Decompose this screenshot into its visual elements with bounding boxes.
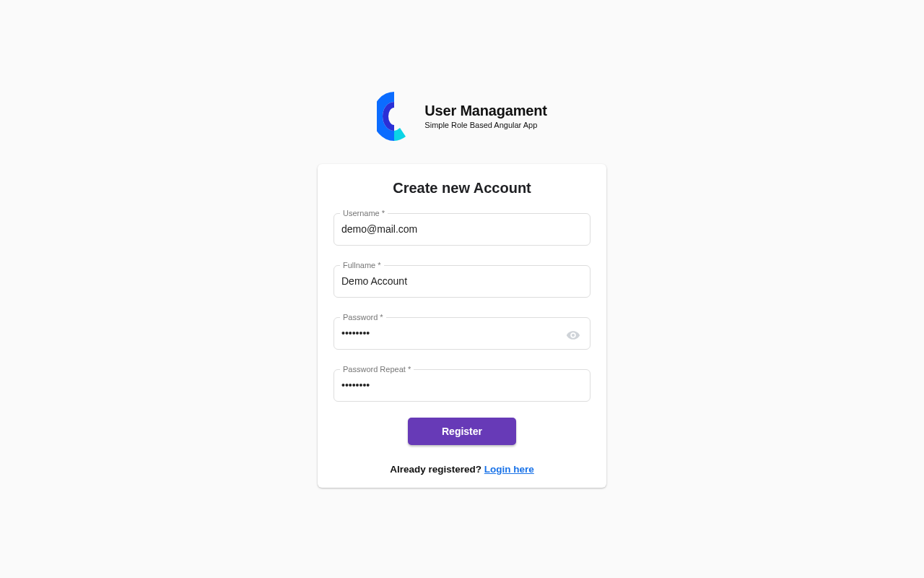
app-logo-icon (377, 90, 413, 141)
username-field-wrapper: Username * (334, 210, 590, 246)
page: User Managament Simple Role Based Angula… (0, 0, 924, 578)
password-input[interactable] (334, 319, 590, 348)
eye-icon[interactable] (565, 327, 581, 343)
brand-text: User Managament Simple Role Based Angula… (424, 103, 546, 129)
login-prompt-text: Already registered? (390, 464, 484, 475)
username-input[interactable] (334, 215, 590, 243)
register-card: Create new Account Username * Fullname *… (318, 164, 606, 488)
fullname-field-wrapper: Fullname * (334, 262, 590, 298)
app-title: User Managament (424, 103, 546, 119)
password-field-wrapper: Password * (334, 314, 590, 350)
password-repeat-field-wrapper: Password Repeat * (334, 366, 590, 402)
register-button[interactable]: Register (408, 418, 516, 445)
card-title: Create new Account (334, 180, 590, 197)
password-repeat-input[interactable] (334, 371, 590, 400)
login-prompt: Already registered? Login here (334, 464, 590, 475)
app-subtitle: Simple Role Based Angular App (424, 121, 546, 129)
fullname-input[interactable] (334, 267, 590, 296)
brand-header: User Managament Simple Role Based Angula… (377, 90, 546, 141)
login-link[interactable]: Login here (484, 464, 534, 475)
